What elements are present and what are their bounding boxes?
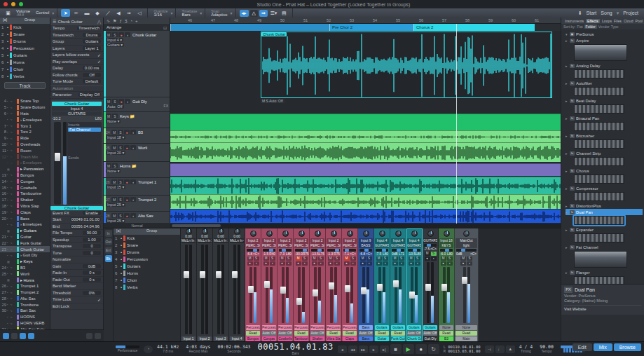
effect-thumbnail[interactable]	[574, 139, 624, 149]
channel-fader[interactable]	[463, 267, 466, 323]
track-ms-dots[interactable]: • ∿	[7, 210, 17, 214]
track-list-item[interactable]: • ∿› Envelopes	[0, 116, 50, 123]
altosax-lane[interactable]	[170, 209, 561, 223]
channel-mute-button[interactable]: M	[312, 256, 317, 261]
record-button[interactable]: ●	[416, 344, 427, 354]
group-badge[interactable]: Percussion	[246, 325, 260, 330]
channel-input-label[interactable]: Input 2	[246, 238, 260, 243]
record-arm-button[interactable]: ●	[124, 213, 130, 218]
track-list-item[interactable]: 24• ∿B3	[0, 265, 50, 271]
channel-fader[interactable]	[298, 267, 301, 323]
arrange-track-header[interactable]: MS●◖Guit DlyAuto: OffFX	[104, 97, 170, 112]
track-list-item[interactable]: 6• ∿Hats	[0, 111, 50, 117]
marker-region[interactable]: Pre Chor 2	[329, 24, 413, 31]
loop-button[interactable]: ↻	[428, 344, 439, 354]
track-ms-dots[interactable]: • ∿	[7, 254, 17, 257]
remove-track-icon[interactable]	[95, 333, 101, 339]
mute-button[interactable]: M	[111, 213, 117, 218]
group-item[interactable]: 2•Snare	[0, 31, 50, 38]
track-list-item[interactable]: 27• ∿Trumpet 2	[0, 289, 50, 296]
pan-slider[interactable]	[343, 249, 356, 252]
inspector-row-check[interactable]: ✓	[97, 59, 101, 64]
effect-thumbnail[interactable]	[574, 44, 627, 61]
inspector-row-value[interactable]: Default	[83, 79, 101, 83]
inspector-row-value[interactable]: Layer 1	[83, 46, 101, 50]
channel-solo-button[interactable]: S	[302, 256, 308, 261]
browse-view-button[interactable]: Browse	[614, 343, 641, 351]
automation-badge[interactable]: Auto: Off	[423, 331, 437, 336]
track-ms-dots[interactable]: • ∿	[7, 137, 17, 140]
automation-badge[interactable]: Auto: Off	[278, 331, 292, 336]
effect-thumbnail[interactable]	[574, 174, 624, 184]
tool-4-icon[interactable]: ／	[103, 9, 112, 17]
channel-output-label[interactable]: PERC..SION	[310, 243, 324, 248]
chevron-down-icon[interactable]: ▾	[52, 11, 54, 15]
song-chevron-icon[interactable]: ▾	[617, 11, 619, 16]
track-ms-dots[interactable]: • ∿	[7, 161, 17, 165]
mute-button[interactable]: M	[111, 130, 117, 135]
start-page-button[interactable]: Start	[587, 11, 597, 15]
effect-item[interactable]: ▸fxDual Pan	[566, 209, 643, 215]
monitor-button[interactable]: ◖	[130, 145, 136, 150]
arrange-track-header[interactable]: MSHorns📁None ▾	[104, 162, 170, 178]
track-ms-dots[interactable]: • ∿	[7, 106, 17, 109]
group-active-dot[interactable]: •	[7, 25, 8, 29]
group-badge[interactable]: None	[439, 325, 453, 330]
track-ms-dots[interactable]: • ∿	[7, 111, 17, 115]
gain-knob[interactable]	[186, 228, 192, 235]
group-item[interactable]: 5•Guitars	[0, 52, 50, 59]
channel-output-label[interactable]: PERC..SION	[327, 243, 341, 248]
track-list-item[interactable]: 13• ∿Bongos	[0, 172, 50, 179]
group-badge[interactable]: Guitars	[407, 325, 421, 330]
mute-button[interactable]: M	[111, 179, 117, 184]
browser-tab-cloud[interactable]: Cloud	[624, 19, 633, 23]
track-ms-dots[interactable]: • ∿	[7, 247, 17, 251]
channel-output-label[interactable]: BASS	[359, 243, 373, 248]
visit-website-link[interactable]: Visit Website	[564, 305, 641, 311]
channel-solo-button[interactable]: S	[366, 256, 372, 261]
track-list-item[interactable]: 26• ∿Trumpet 1	[0, 283, 50, 289]
pan-slider[interactable]	[424, 244, 437, 247]
group-active-dot[interactable]: •	[7, 46, 8, 50]
console-group-item[interactable]: 1•Kick	[114, 235, 180, 242]
effect-item[interactable]: ▾▣PreSonus	[566, 31, 644, 37]
record-arm-button[interactable]: ●	[118, 32, 124, 37]
effect-item[interactable]: ▸fxChorus	[566, 167, 644, 174]
track-list-item[interactable]: • ∿HORNS	[0, 314, 50, 320]
channel-solo-button[interactable]: S	[431, 252, 437, 256]
channel-name-badge[interactable]: Cowbells	[278, 336, 292, 341]
expand-caret-icon[interactable]: ▾	[566, 32, 568, 36]
expand-caret-icon[interactable]: ▸	[566, 204, 568, 208]
browser-tab-files[interactable]: Files	[614, 19, 622, 23]
gain-knob[interactable]	[463, 231, 470, 237]
edit-view-button[interactable]: Edit	[573, 343, 592, 351]
sort-option-flat[interactable]: Flat	[577, 25, 582, 29]
parameter-value[interactable]: Display Off	[78, 93, 101, 97]
preroll-icon[interactable]: ⊣	[485, 345, 494, 353]
channel-mute-button[interactable]: M	[376, 256, 382, 261]
expand-caret-icon[interactable]: ▸	[566, 151, 568, 156]
sort-option-folder[interactable]: Folder	[584, 25, 597, 29]
channel-fader[interactable]	[427, 262, 430, 323]
mixer-channel-guit-dly[interactable]: GUITARS-7.5<C>MS●◖GuitarsAuto: OffGuit D…	[423, 228, 439, 341]
monitor-button[interactable]: ◖	[125, 32, 130, 37]
effect-item[interactable]: ▸fxFat Channel	[566, 244, 644, 250]
group-badge[interactable]: Guitars	[423, 325, 437, 330]
pan-slider[interactable]	[247, 249, 259, 252]
track-ms-dots[interactable]: • ∿	[7, 291, 17, 294]
record-arm-button[interactable]: ●	[124, 145, 130, 150]
gain-knob[interactable]	[347, 231, 353, 237]
automation-badge[interactable]: Read	[455, 331, 477, 336]
flag-icon[interactable]: ⚑	[113, 18, 116, 23]
pan-slider[interactable]	[279, 249, 292, 252]
group-active-dot[interactable]: •	[121, 257, 122, 261]
expand-caret-icon[interactable]: ▸	[566, 271, 568, 275]
metronome-toggle[interactable]: △	[250, 10, 258, 17]
channel-solo-button[interactable]: S	[383, 256, 388, 261]
close-window-icon[interactable]	[4, 2, 8, 6]
track-ms-dots[interactable]: • ∿	[7, 241, 17, 245]
timebase-dropdown[interactable]: Timebase Bars ▾	[176, 8, 205, 18]
track-ms-dots[interactable]: • ∿	[7, 179, 17, 183]
event-row-check[interactable]: ✓	[97, 297, 101, 302]
effect-item[interactable]: ▸fxBinaural Pan	[566, 115, 644, 121]
